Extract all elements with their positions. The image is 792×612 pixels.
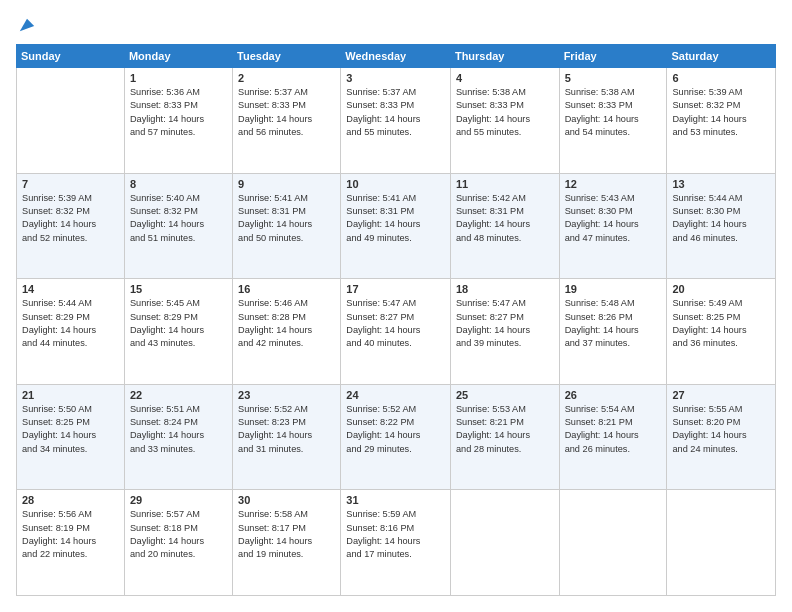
day-info: Sunrise: 5:47 AM Sunset: 8:27 PM Dayligh… [456, 297, 554, 350]
calendar-week-row: 1Sunrise: 5:36 AM Sunset: 8:33 PM Daylig… [17, 68, 776, 174]
calendar-cell: 7Sunrise: 5:39 AM Sunset: 8:32 PM Daylig… [17, 173, 125, 279]
day-info: Sunrise: 5:59 AM Sunset: 8:16 PM Dayligh… [346, 508, 445, 561]
calendar-cell: 9Sunrise: 5:41 AM Sunset: 8:31 PM Daylig… [233, 173, 341, 279]
day-number: 3 [346, 72, 445, 84]
day-number: 31 [346, 494, 445, 506]
day-info: Sunrise: 5:54 AM Sunset: 8:21 PM Dayligh… [565, 403, 662, 456]
calendar-cell: 17Sunrise: 5:47 AM Sunset: 8:27 PM Dayli… [341, 279, 451, 385]
calendar-cell: 8Sunrise: 5:40 AM Sunset: 8:32 PM Daylig… [124, 173, 232, 279]
calendar-cell: 6Sunrise: 5:39 AM Sunset: 8:32 PM Daylig… [667, 68, 776, 174]
day-number: 20 [672, 283, 770, 295]
day-info: Sunrise: 5:44 AM Sunset: 8:29 PM Dayligh… [22, 297, 119, 350]
day-info: Sunrise: 5:52 AM Sunset: 8:23 PM Dayligh… [238, 403, 335, 456]
day-info: Sunrise: 5:52 AM Sunset: 8:22 PM Dayligh… [346, 403, 445, 456]
calendar-header-row: SundayMondayTuesdayWednesdayThursdayFrid… [17, 45, 776, 68]
weekday-header: Wednesday [341, 45, 451, 68]
day-info: Sunrise: 5:44 AM Sunset: 8:30 PM Dayligh… [672, 192, 770, 245]
day-number: 15 [130, 283, 227, 295]
day-info: Sunrise: 5:50 AM Sunset: 8:25 PM Dayligh… [22, 403, 119, 456]
calendar-cell: 18Sunrise: 5:47 AM Sunset: 8:27 PM Dayli… [450, 279, 559, 385]
calendar-cell: 23Sunrise: 5:52 AM Sunset: 8:23 PM Dayli… [233, 384, 341, 490]
calendar-cell: 2Sunrise: 5:37 AM Sunset: 8:33 PM Daylig… [233, 68, 341, 174]
day-info: Sunrise: 5:39 AM Sunset: 8:32 PM Dayligh… [22, 192, 119, 245]
calendar-cell: 14Sunrise: 5:44 AM Sunset: 8:29 PM Dayli… [17, 279, 125, 385]
calendar-week-row: 21Sunrise: 5:50 AM Sunset: 8:25 PM Dayli… [17, 384, 776, 490]
day-number: 8 [130, 178, 227, 190]
calendar-cell: 10Sunrise: 5:41 AM Sunset: 8:31 PM Dayli… [341, 173, 451, 279]
header [16, 16, 776, 34]
day-number: 13 [672, 178, 770, 190]
day-number: 30 [238, 494, 335, 506]
calendar-cell: 20Sunrise: 5:49 AM Sunset: 8:25 PM Dayli… [667, 279, 776, 385]
day-number: 12 [565, 178, 662, 190]
day-number: 4 [456, 72, 554, 84]
day-info: Sunrise: 5:41 AM Sunset: 8:31 PM Dayligh… [238, 192, 335, 245]
weekday-header: Sunday [17, 45, 125, 68]
day-info: Sunrise: 5:49 AM Sunset: 8:25 PM Dayligh… [672, 297, 770, 350]
day-number: 11 [456, 178, 554, 190]
day-number: 16 [238, 283, 335, 295]
calendar-week-row: 14Sunrise: 5:44 AM Sunset: 8:29 PM Dayli… [17, 279, 776, 385]
weekday-header: Tuesday [233, 45, 341, 68]
calendar-cell: 24Sunrise: 5:52 AM Sunset: 8:22 PM Dayli… [341, 384, 451, 490]
calendar-cell: 26Sunrise: 5:54 AM Sunset: 8:21 PM Dayli… [559, 384, 667, 490]
calendar-cell: 31Sunrise: 5:59 AM Sunset: 8:16 PM Dayli… [341, 490, 451, 596]
weekday-header: Monday [124, 45, 232, 68]
logo-icon [18, 16, 36, 34]
calendar-cell [17, 68, 125, 174]
calendar-week-row: 28Sunrise: 5:56 AM Sunset: 8:19 PM Dayli… [17, 490, 776, 596]
day-number: 1 [130, 72, 227, 84]
calendar-cell: 5Sunrise: 5:38 AM Sunset: 8:33 PM Daylig… [559, 68, 667, 174]
day-info: Sunrise: 5:43 AM Sunset: 8:30 PM Dayligh… [565, 192, 662, 245]
calendar-table: SundayMondayTuesdayWednesdayThursdayFrid… [16, 44, 776, 596]
day-number: 7 [22, 178, 119, 190]
day-info: Sunrise: 5:37 AM Sunset: 8:33 PM Dayligh… [238, 86, 335, 139]
day-info: Sunrise: 5:41 AM Sunset: 8:31 PM Dayligh… [346, 192, 445, 245]
day-info: Sunrise: 5:37 AM Sunset: 8:33 PM Dayligh… [346, 86, 445, 139]
day-number: 23 [238, 389, 335, 401]
calendar-cell: 4Sunrise: 5:38 AM Sunset: 8:33 PM Daylig… [450, 68, 559, 174]
logo [16, 16, 36, 34]
calendar-cell: 12Sunrise: 5:43 AM Sunset: 8:30 PM Dayli… [559, 173, 667, 279]
calendar-cell: 11Sunrise: 5:42 AM Sunset: 8:31 PM Dayli… [450, 173, 559, 279]
day-number: 5 [565, 72, 662, 84]
day-info: Sunrise: 5:39 AM Sunset: 8:32 PM Dayligh… [672, 86, 770, 139]
day-number: 19 [565, 283, 662, 295]
calendar-cell: 1Sunrise: 5:36 AM Sunset: 8:33 PM Daylig… [124, 68, 232, 174]
calendar-cell: 27Sunrise: 5:55 AM Sunset: 8:20 PM Dayli… [667, 384, 776, 490]
calendar-cell: 19Sunrise: 5:48 AM Sunset: 8:26 PM Dayli… [559, 279, 667, 385]
day-info: Sunrise: 5:36 AM Sunset: 8:33 PM Dayligh… [130, 86, 227, 139]
day-number: 26 [565, 389, 662, 401]
day-number: 14 [22, 283, 119, 295]
day-number: 17 [346, 283, 445, 295]
calendar-cell: 29Sunrise: 5:57 AM Sunset: 8:18 PM Dayli… [124, 490, 232, 596]
calendar-cell: 25Sunrise: 5:53 AM Sunset: 8:21 PM Dayli… [450, 384, 559, 490]
day-number: 22 [130, 389, 227, 401]
day-number: 27 [672, 389, 770, 401]
day-info: Sunrise: 5:57 AM Sunset: 8:18 PM Dayligh… [130, 508, 227, 561]
day-info: Sunrise: 5:40 AM Sunset: 8:32 PM Dayligh… [130, 192, 227, 245]
day-info: Sunrise: 5:46 AM Sunset: 8:28 PM Dayligh… [238, 297, 335, 350]
weekday-header: Thursday [450, 45, 559, 68]
day-number: 10 [346, 178, 445, 190]
day-number: 6 [672, 72, 770, 84]
day-info: Sunrise: 5:45 AM Sunset: 8:29 PM Dayligh… [130, 297, 227, 350]
calendar-cell: 13Sunrise: 5:44 AM Sunset: 8:30 PM Dayli… [667, 173, 776, 279]
calendar-cell: 22Sunrise: 5:51 AM Sunset: 8:24 PM Dayli… [124, 384, 232, 490]
calendar-cell [559, 490, 667, 596]
day-number: 24 [346, 389, 445, 401]
weekday-header: Saturday [667, 45, 776, 68]
day-info: Sunrise: 5:53 AM Sunset: 8:21 PM Dayligh… [456, 403, 554, 456]
day-info: Sunrise: 5:38 AM Sunset: 8:33 PM Dayligh… [456, 86, 554, 139]
day-number: 29 [130, 494, 227, 506]
day-number: 25 [456, 389, 554, 401]
day-info: Sunrise: 5:55 AM Sunset: 8:20 PM Dayligh… [672, 403, 770, 456]
day-info: Sunrise: 5:51 AM Sunset: 8:24 PM Dayligh… [130, 403, 227, 456]
day-info: Sunrise: 5:38 AM Sunset: 8:33 PM Dayligh… [565, 86, 662, 139]
calendar-cell: 28Sunrise: 5:56 AM Sunset: 8:19 PM Dayli… [17, 490, 125, 596]
calendar-cell: 3Sunrise: 5:37 AM Sunset: 8:33 PM Daylig… [341, 68, 451, 174]
day-info: Sunrise: 5:42 AM Sunset: 8:31 PM Dayligh… [456, 192, 554, 245]
day-info: Sunrise: 5:58 AM Sunset: 8:17 PM Dayligh… [238, 508, 335, 561]
day-number: 2 [238, 72, 335, 84]
day-number: 18 [456, 283, 554, 295]
